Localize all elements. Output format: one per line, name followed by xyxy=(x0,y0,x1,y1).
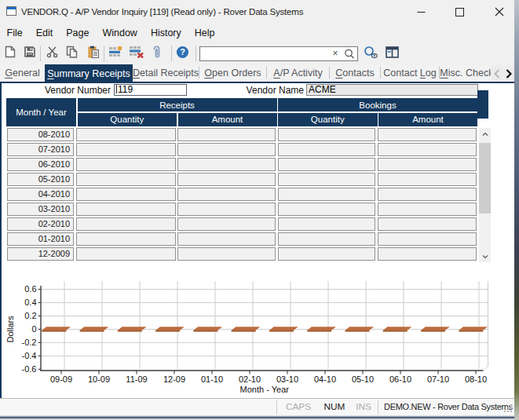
header-sub-quantity: Quantity xyxy=(278,113,378,127)
cell-05-2010-receipts_amt[interactable] xyxy=(177,173,276,186)
copy-button[interactable] xyxy=(62,44,82,63)
resize-grip[interactable] xyxy=(503,403,513,413)
cell-01-2010-receipts_amt[interactable] xyxy=(177,232,276,246)
cell-06-2010-bookings_amt[interactable] xyxy=(378,158,477,171)
tab-misc-checks[interactable]: Misc. Checks xyxy=(440,65,491,80)
cell-08-2010-bookings_qty[interactable] xyxy=(278,128,376,141)
vendor-number-field[interactable]: 119 xyxy=(114,84,187,96)
cell-02-2010-receipts_amt[interactable] xyxy=(177,217,276,231)
series-dash xyxy=(79,327,108,331)
cell-03-2010-receipts_amt[interactable] xyxy=(177,203,276,216)
cell-04-2010-receipts_amt[interactable] xyxy=(177,188,276,201)
cell-07-2010-receipts_qty[interactable] xyxy=(76,143,176,156)
maximize-button[interactable] xyxy=(441,0,478,24)
paste-button[interactable] xyxy=(83,44,103,63)
cell-12-2009-receipts_amt[interactable] xyxy=(177,247,276,261)
cell-01-2010-month[interactable]: 01-2010 xyxy=(7,232,75,246)
search-icon[interactable] xyxy=(343,48,356,60)
cell-06-2010-bookings_qty[interactable] xyxy=(278,158,376,171)
tab-contact-log[interactable]: Contact Log xyxy=(381,65,439,80)
table-vertical-scrollbar[interactable] xyxy=(479,128,491,262)
cell-05-2010-receipts_qty[interactable] xyxy=(76,173,176,186)
tab-scroll-right-button[interactable] xyxy=(503,66,514,81)
cell-04-2010-bookings_qty[interactable] xyxy=(278,188,376,201)
cell-07-2010-month[interactable]: 07-2010 xyxy=(7,143,75,156)
cell-02-2010-bookings_qty[interactable] xyxy=(278,217,376,231)
cell-12-2009-receipts_qty[interactable] xyxy=(76,247,176,261)
menu-edit[interactable]: Edit xyxy=(29,24,60,42)
cell-01-2010-bookings_amt[interactable] xyxy=(378,232,477,246)
cell-06-2010-receipts_amt[interactable] xyxy=(177,158,276,171)
cell-04-2010-bookings_amt[interactable] xyxy=(378,188,477,201)
series-dash-shadow xyxy=(42,331,67,331)
tab-detail-receipts[interactable]: Detail Receipts xyxy=(133,65,199,80)
tab-contacts[interactable]: Contacts xyxy=(330,65,380,80)
save-button[interactable] xyxy=(20,44,39,63)
tab-summary-receipts[interactable]: Summary Receipts xyxy=(45,64,133,83)
menu-history[interactable]: History xyxy=(144,24,188,42)
cell-02-2010-receipts_qty[interactable] xyxy=(76,217,176,231)
attachment-button[interactable] xyxy=(147,44,166,63)
chart-ylabel: Dollars xyxy=(5,316,15,343)
cell-12-2009-bookings_qty[interactable] xyxy=(278,247,376,261)
cell-03-2010-bookings_amt[interactable] xyxy=(378,203,477,216)
cell-08-2010-bookings_amt[interactable] xyxy=(378,128,477,141)
minimize-button[interactable] xyxy=(403,0,440,24)
cell-01-2010-receipts_qty[interactable] xyxy=(76,232,176,246)
scroll-up-button[interactable] xyxy=(479,128,491,140)
paste-icon xyxy=(88,46,99,61)
insert-record-icon xyxy=(108,46,124,61)
menu-page[interactable]: Page xyxy=(60,24,96,42)
vendor-name-field[interactable]: ACME xyxy=(306,84,478,96)
dollars-chart: 0.60.40.20-0.2-0.4-0.609-0910-0911-0912-… xyxy=(0,275,510,398)
cut-button[interactable] xyxy=(42,44,62,63)
scroll-down-button[interactable] xyxy=(479,250,491,262)
cell-08-2010-receipts_amt[interactable] xyxy=(177,128,276,141)
series-dash-shadow xyxy=(193,331,218,331)
cell-01-2010-bookings_qty[interactable] xyxy=(278,232,376,246)
menu-help[interactable]: Help xyxy=(188,24,221,42)
cut-icon xyxy=(46,46,58,61)
svg-text:06-10: 06-10 xyxy=(389,374,411,384)
help-button[interactable]: ? xyxy=(173,44,192,63)
tab-label: A/P Activity xyxy=(273,68,322,79)
toolbar-separator xyxy=(40,46,41,61)
cell-12-2009-month[interactable]: 12-2009 xyxy=(7,247,75,261)
cell-04-2010-receipts_qty[interactable] xyxy=(76,188,176,201)
clear-search-icon[interactable]: × xyxy=(330,48,341,59)
svg-text:0.6: 0.6 xyxy=(24,284,36,294)
cell-04-2010-month[interactable]: 04-2010 xyxy=(7,188,75,201)
cell-05-2010-bookings_qty[interactable] xyxy=(278,173,376,186)
cell-08-2010-receipts_qty[interactable] xyxy=(76,128,176,141)
insert-record-button[interactable] xyxy=(106,44,126,63)
tab-scroll-left-button[interactable] xyxy=(492,66,503,81)
cell-02-2010-bookings_amt[interactable] xyxy=(378,217,477,231)
cell-07-2010-bookings_qty[interactable] xyxy=(278,143,376,156)
series-dash-shadow xyxy=(421,331,446,331)
cell-03-2010-receipts_qty[interactable] xyxy=(76,203,176,216)
cell-05-2010-month[interactable]: 05-2010 xyxy=(7,173,75,186)
cell-07-2010-receipts_amt[interactable] xyxy=(177,143,276,156)
cell-03-2010-bookings_qty[interactable] xyxy=(278,203,376,216)
series-dash xyxy=(345,327,374,331)
new-document-button[interactable] xyxy=(0,44,20,63)
search-lookup-button[interactable] xyxy=(360,44,380,63)
menu-file[interactable]: File xyxy=(0,24,29,42)
cell-05-2010-bookings_amt[interactable] xyxy=(378,173,477,186)
cell-02-2010-month[interactable]: 02-2010 xyxy=(7,217,75,231)
tab-general[interactable]: General xyxy=(0,65,45,80)
title-bar: VENDOR.Q - A/P Vendor Inquiry [119] (Rea… xyxy=(0,0,514,24)
cell-06-2010-receipts_qty[interactable] xyxy=(76,158,176,171)
cell-06-2010-month[interactable]: 06-2010 xyxy=(7,158,75,171)
scrollbar-thumb[interactable] xyxy=(479,143,491,214)
tab-open-orders[interactable]: Open Orders xyxy=(199,65,266,80)
tab-a-p-activity[interactable]: A/P Activity xyxy=(267,65,329,80)
browse-table-button[interactable] xyxy=(382,44,402,63)
delete-record-button[interactable] xyxy=(126,44,147,63)
menu-window[interactable]: Window xyxy=(96,24,144,42)
cell-08-2010-month[interactable]: 08-2010 xyxy=(7,128,75,141)
cell-07-2010-bookings_amt[interactable] xyxy=(378,143,477,156)
cell-12-2009-bookings_amt[interactable] xyxy=(378,247,477,261)
close-button[interactable] xyxy=(481,0,517,24)
cell-03-2010-month[interactable]: 03-2010 xyxy=(7,203,75,216)
